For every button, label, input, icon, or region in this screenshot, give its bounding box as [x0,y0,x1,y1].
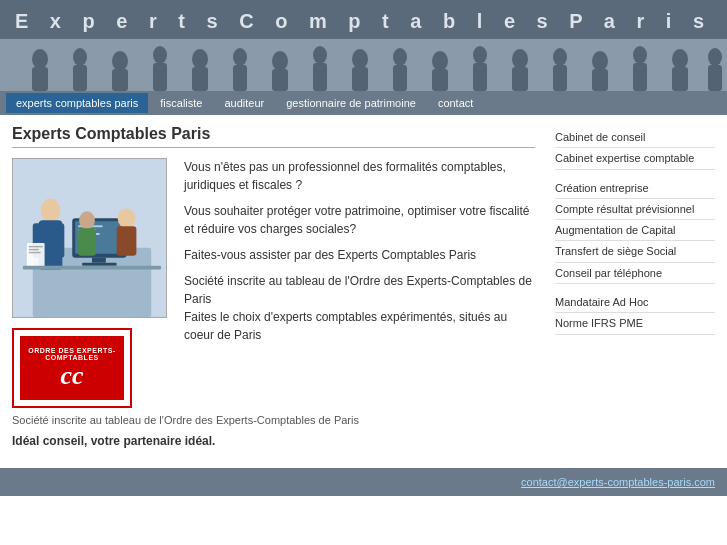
banner [0,39,727,91]
svg-rect-28 [553,65,567,91]
sidebar-link-creation[interactable]: Création entreprise [555,178,715,199]
page-title-bar: Experts Comptables Paris [12,125,535,148]
svg-rect-42 [82,263,117,266]
svg-point-5 [112,51,128,71]
svg-rect-16 [313,63,327,91]
svg-point-25 [512,49,528,69]
svg-rect-8 [153,63,167,91]
svg-point-1 [32,49,48,69]
nav-item-experts[interactable]: experts comptables paris [6,93,148,113]
sidebar-link-cabinet-expertise[interactable]: Cabinet expertise comptable [555,148,715,169]
svg-point-7 [153,46,167,64]
svg-rect-6 [112,69,128,91]
ordre-logo: ORDRE DES EXPERTS-COMPTABLES cc [12,328,132,408]
svg-rect-30 [592,69,608,91]
svg-point-46 [41,199,61,223]
svg-rect-34 [672,67,688,91]
content-area: Experts Comptables Paris [12,125,555,448]
logo-inner: ORDRE DES EXPERTS-COMPTABLES cc [20,336,124,400]
svg-point-19 [393,48,407,66]
sidebar-link-transfert[interactable]: Transfert de siège Social [555,241,715,262]
image-caption: Société inscrite au tableau de l'Ordre d… [12,414,535,426]
navigation: experts comptables paris fiscaliste audi… [0,91,727,115]
sidebar-link-norme-ifrs[interactable]: Norme IFRS PME [555,313,715,334]
svg-point-56 [79,211,95,229]
svg-point-15 [313,46,327,64]
svg-rect-14 [272,69,288,91]
sidebar: Cabinet de conseil Cabinet expertise com… [555,125,715,448]
svg-rect-55 [117,226,137,256]
paragraph-2: Vous souhaiter protéger votre patrimoine… [184,202,535,238]
text-block: Vous n'êtes pas un professionnel des for… [184,158,535,408]
svg-point-17 [352,49,368,69]
paragraph-4: Société inscrite au tableau de l'Ordre d… [184,272,535,344]
svg-rect-52 [29,249,39,250]
main-content: Experts Comptables Paris [0,115,727,458]
image-block: ORDRE DES EXPERTS-COMPTABLES cc [12,158,172,408]
logo-text: ORDRE DES EXPERTS-COMPTABLES [20,347,124,361]
svg-rect-51 [29,246,43,247]
footer-email[interactable]: contact@experts-comptables-paris.com [521,476,715,488]
sidebar-link-cabinet-conseil[interactable]: Cabinet de conseil [555,127,715,148]
tagline: Idéal conseil, votre partenaire idéal. [12,434,535,448]
svg-point-33 [672,49,688,69]
site-header: E x p e r t s C o m p t a b l e s P a r … [0,0,727,39]
svg-rect-22 [432,69,448,91]
svg-rect-12 [233,65,247,91]
svg-rect-41 [92,258,106,263]
banner-silhouette [0,39,727,91]
svg-rect-18 [352,67,368,91]
footer: contact@experts-comptables-paris.com [0,468,727,496]
svg-rect-10 [192,67,208,91]
svg-point-21 [432,51,448,71]
svg-point-3 [73,48,87,66]
svg-rect-32 [633,63,647,91]
svg-rect-20 [393,65,407,91]
svg-point-11 [233,48,247,66]
svg-point-23 [473,46,487,64]
nav-item-fiscaliste[interactable]: fiscaliste [150,93,212,113]
logo-cc: cc [60,363,83,389]
sidebar-gap-2 [555,284,715,292]
svg-point-29 [592,51,608,71]
sidebar-gap-1 [555,170,715,178]
content-inner: ORDRE DES EXPERTS-COMPTABLES cc Vous n'ê… [12,158,535,408]
svg-rect-2 [32,67,48,91]
paragraph-3: Faites-vous assister par des Experts Com… [184,246,535,264]
nav-item-contact[interactable]: contact [428,93,483,113]
page-title: Experts Comptables Paris [12,125,210,142]
svg-rect-58 [23,266,161,270]
svg-rect-49 [54,223,64,258]
sidebar-link-compte-resultat[interactable]: Compte résultat prévisionnel [555,199,715,220]
sidebar-link-conseil-tel[interactable]: Conseil par téléphone [555,263,715,284]
nav-item-gestionnaire[interactable]: gestionnaire de patrimoine [276,93,426,113]
main-illustration [12,158,167,318]
sidebar-link-mandataire[interactable]: Mandataire Ad Hoc [555,292,715,313]
illustration-svg [13,159,166,317]
svg-rect-53 [29,252,41,253]
svg-point-27 [553,48,567,66]
sidebar-link-augmentation[interactable]: Augmentation de Capital [555,220,715,241]
svg-point-35 [708,48,722,66]
site-title: E x p e r t s C o m p t a b l e s P a r … [15,10,712,32]
svg-rect-4 [73,65,87,91]
svg-point-54 [118,208,136,228]
svg-rect-57 [78,228,96,256]
svg-point-31 [633,46,647,64]
svg-rect-24 [473,63,487,91]
svg-point-9 [192,49,208,69]
nav-item-auditeur[interactable]: auditeur [214,93,274,113]
svg-rect-36 [708,65,722,91]
svg-point-13 [272,51,288,71]
paragraph-1: Vous n'êtes pas un professionnel des for… [184,158,535,194]
svg-rect-26 [512,67,528,91]
